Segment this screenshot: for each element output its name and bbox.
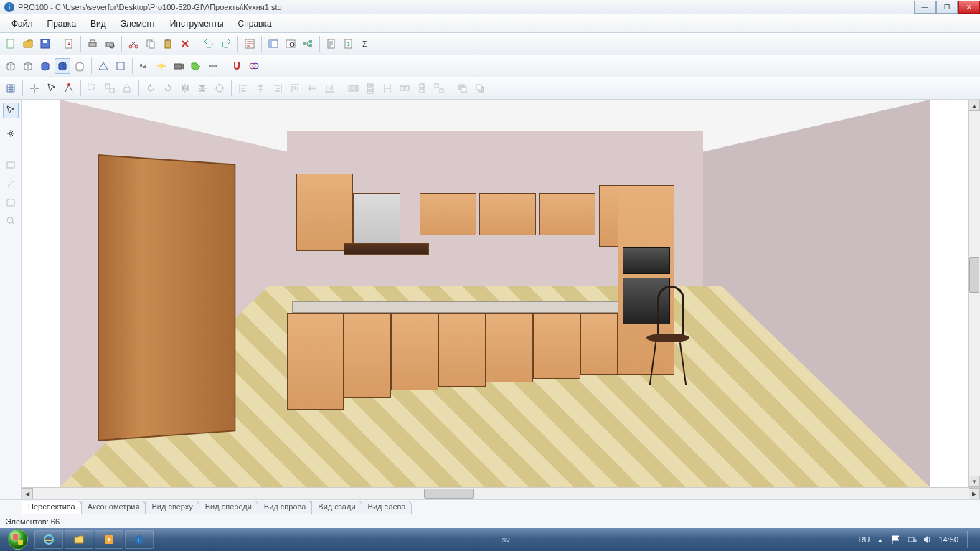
equal-size-icon[interactable] — [431, 80, 447, 96]
delete-icon[interactable] — [177, 36, 193, 52]
distribute-h-icon[interactable] — [345, 80, 361, 96]
taskbar-ie-icon[interactable] — [34, 530, 63, 549]
align-middle-icon[interactable] — [304, 80, 320, 96]
taskbar-explorer-icon[interactable] — [65, 530, 93, 549]
close-button[interactable]: ✕ — [958, 1, 980, 14]
cut-icon[interactable] — [126, 36, 141, 52]
save-icon[interactable] — [37, 36, 53, 52]
menu-element[interactable]: Элемент — [113, 17, 163, 30]
print-preview-icon[interactable] — [102, 36, 118, 52]
minimize-button[interactable]: — — [914, 1, 936, 14]
microwave — [623, 247, 670, 274]
structure-icon[interactable] — [300, 36, 316, 52]
menu-file[interactable]: Файл — [4, 17, 40, 30]
align-center-h-icon[interactable] — [253, 80, 268, 96]
align-top-icon[interactable] — [287, 80, 303, 96]
rectangle-tool-icon[interactable] — [3, 157, 19, 173]
report-icon[interactable] — [324, 36, 339, 52]
equal-height-icon[interactable] — [414, 80, 430, 96]
snap-icon[interactable] — [229, 58, 245, 74]
to-front-icon[interactable] — [455, 80, 471, 96]
import-icon[interactable] — [61, 36, 77, 52]
tray-flag-icon[interactable] — [891, 534, 901, 545]
align-right-icon[interactable] — [270, 80, 286, 96]
camera-icon[interactable] — [171, 58, 187, 74]
catalog-icon[interactable] — [265, 36, 281, 52]
menu-edit[interactable]: Правка — [40, 17, 84, 30]
horizontal-scrollbar[interactable]: ◀ ▶ — [22, 487, 980, 499]
shadow-icon[interactable] — [72, 58, 88, 74]
tray-show-hidden-icon[interactable]: ▴ — [875, 534, 885, 545]
texture-icon[interactable] — [55, 58, 70, 74]
grid-icon[interactable] — [3, 80, 19, 96]
svg-point-39 — [219, 84, 221, 86]
tab-left[interactable]: Вид слева — [362, 501, 413, 514]
vertex-icon[interactable] — [61, 80, 77, 96]
zoom-tool-icon[interactable] — [3, 213, 19, 229]
tray-network-icon[interactable] — [907, 534, 917, 545]
shape-tool-icon[interactable] — [3, 194, 19, 210]
hidden-line-icon[interactable] — [20, 58, 36, 74]
pick-icon[interactable] — [27, 80, 42, 96]
collision-icon[interactable] — [246, 58, 262, 74]
rotate-right-icon[interactable] — [160, 80, 176, 96]
open-icon[interactable] — [20, 36, 36, 52]
distribute-v-icon[interactable] — [362, 80, 378, 96]
ortho-icon[interactable] — [113, 58, 128, 74]
tray-volume-icon[interactable] — [923, 534, 933, 545]
tag-icon[interactable] — [188, 58, 204, 74]
tab-axonometry[interactable]: Аксонометрия — [81, 501, 146, 514]
ungroup-icon[interactable] — [102, 80, 118, 96]
price-icon[interactable]: $ — [341, 36, 357, 52]
tab-back[interactable]: Вид сзади — [311, 501, 362, 514]
spacing-icon[interactable] — [380, 80, 395, 96]
color-icon[interactable] — [37, 58, 53, 74]
undo-icon[interactable] — [201, 36, 217, 52]
print-icon[interactable] — [85, 36, 100, 52]
redo-icon[interactable] — [218, 36, 234, 52]
group-icon[interactable] — [85, 80, 100, 96]
light-icon[interactable] — [154, 58, 169, 74]
rotate-left-icon[interactable] — [143, 80, 159, 96]
rotate-free-icon[interactable] — [212, 80, 227, 96]
pointer-tool-icon[interactable] — [3, 103, 19, 118]
viewport-3d[interactable] — [22, 100, 968, 487]
show-desktop-button[interactable] — [967, 531, 973, 548]
maximize-button[interactable]: ❐ — [936, 1, 958, 14]
start-button[interactable] — [3, 529, 33, 550]
new-icon[interactable] — [3, 36, 19, 52]
perspective-icon[interactable] — [95, 58, 111, 74]
mirror-v-icon[interactable] — [194, 80, 210, 96]
tab-top[interactable]: Вид сверху — [145, 501, 199, 514]
to-back-icon[interactable] — [472, 80, 488, 96]
select-icon[interactable] — [44, 80, 60, 96]
dimension-icon[interactable] — [205, 58, 221, 74]
properties-icon[interactable] — [242, 36, 258, 52]
svg-point-33 — [67, 83, 70, 86]
clock[interactable]: 14:50 — [938, 535, 958, 544]
taskbar-app-icon[interactable]: i — [125, 530, 154, 549]
menu-help[interactable]: Справка — [231, 17, 279, 30]
align-bottom-icon[interactable] — [321, 80, 337, 96]
chair — [646, 286, 697, 393]
tab-perspective[interactable]: Перспектива — [22, 501, 82, 514]
paste-icon[interactable] — [160, 36, 176, 52]
language-indicator[interactable]: RU — [859, 535, 870, 544]
explorer-icon[interactable] — [283, 36, 298, 52]
menu-tools[interactable]: Инструменты — [163, 17, 231, 30]
copy-icon[interactable] — [143, 36, 159, 52]
line-tool-icon[interactable] — [3, 176, 19, 192]
align-left-icon[interactable] — [235, 80, 251, 96]
lock-icon[interactable] — [119, 80, 135, 96]
mirror-h-icon[interactable] — [177, 80, 193, 96]
vertical-scrollbar[interactable]: ▲ ▼ — [968, 100, 980, 487]
tab-front[interactable]: Вид спереди — [199, 501, 258, 514]
equal-width-icon[interactable] — [397, 80, 413, 96]
taskbar-media-icon[interactable] — [95, 530, 123, 549]
light-tool-icon[interactable] — [3, 126, 19, 141]
sum-icon[interactable]: Σ — [358, 36, 374, 52]
tab-right[interactable]: Вид справа — [258, 501, 313, 514]
wireframe-icon[interactable] — [3, 58, 19, 74]
label-icon[interactable]: ªa — [136, 58, 152, 74]
menu-view[interactable]: Вид — [83, 17, 113, 30]
